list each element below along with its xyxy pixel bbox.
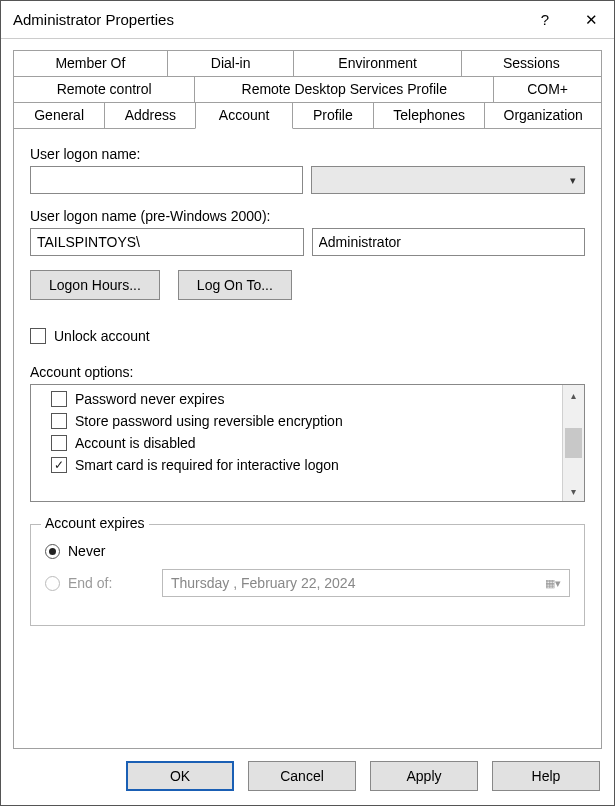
scroll-thumb[interactable] <box>565 428 582 458</box>
content-area: Member Of Dial-in Environment Sessions R… <box>1 39 614 749</box>
option-label: Smart card is required for interactive l… <box>75 457 339 473</box>
domain-prefix-input[interactable] <box>30 228 304 256</box>
cancel-button[interactable]: Cancel <box>248 761 356 791</box>
dialog-window: Administrator Properties ? ✕ Member Of D… <box>0 0 615 806</box>
upn-suffix-combo[interactable]: ▾ <box>311 166 586 194</box>
checkbox-smart-card-required[interactable] <box>51 457 67 473</box>
help-button[interactable]: Help <box>492 761 600 791</box>
tab-general[interactable]: General <box>13 102 105 129</box>
window-title: Administrator Properties <box>13 11 522 28</box>
tab-telephones[interactable]: Telephones <box>373 102 486 129</box>
tab-panel-account: User logon name: ▾ User logon name (pre-… <box>13 128 602 749</box>
logon-name-pre2000-label: User logon name (pre-Windows 2000): <box>30 208 585 224</box>
scroll-up-icon[interactable]: ▴ <box>563 385 584 405</box>
tab-com-plus[interactable]: COM+ <box>493 76 602 103</box>
logon-name-input[interactable] <box>30 166 303 194</box>
tab-remote-desktop-profile[interactable]: Remote Desktop Services Profile <box>194 76 494 103</box>
help-icon[interactable]: ? <box>522 1 568 39</box>
logon-hours-button[interactable]: Logon Hours... <box>30 270 160 300</box>
unlock-account-label: Unlock account <box>54 328 150 344</box>
calendar-icon: ▦▾ <box>545 577 561 590</box>
chevron-down-icon: ▾ <box>570 174 576 187</box>
logon-name-label: User logon name: <box>30 146 585 162</box>
titlebar: Administrator Properties ? ✕ <box>1 1 614 39</box>
radio-never[interactable] <box>45 544 60 559</box>
checkbox-account-disabled[interactable] <box>51 435 67 451</box>
account-expires-legend: Account expires <box>41 515 149 531</box>
ok-button[interactable]: OK <box>126 761 234 791</box>
apply-button[interactable]: Apply <box>370 761 478 791</box>
checkbox-password-never-expires[interactable] <box>51 391 67 407</box>
account-options-list: Password never expires Store password us… <box>30 384 585 502</box>
option-label: Account is disabled <box>75 435 196 451</box>
option-label: Password never expires <box>75 391 224 407</box>
tab-remote-control[interactable]: Remote control <box>13 76 195 103</box>
samaccountname-input[interactable] <box>312 228 586 256</box>
dialog-footer: OK Cancel Apply Help <box>1 749 614 805</box>
tab-strip: Member Of Dial-in Environment Sessions R… <box>13 51 602 129</box>
tab-address[interactable]: Address <box>104 102 196 129</box>
tab-sessions[interactable]: Sessions <box>461 50 602 77</box>
tab-organization[interactable]: Organization <box>484 102 602 129</box>
expiry-date-picker[interactable]: Thursday , February 22, 2024 ▦▾ <box>162 569 570 597</box>
account-expires-group: Account expires Never End of: Thursday ,… <box>30 524 585 626</box>
list-item[interactable]: Smart card is required for interactive l… <box>37 457 556 473</box>
expiry-date-text: Thursday , February 22, 2024 <box>171 575 355 591</box>
checkbox-reversible-encryption[interactable] <box>51 413 67 429</box>
tab-profile[interactable]: Profile <box>292 102 374 129</box>
options-scrollbar[interactable]: ▴ ▾ <box>562 385 584 501</box>
radio-never-label: Never <box>68 543 105 559</box>
list-item[interactable]: Password never expires <box>37 391 556 407</box>
tab-dial-in[interactable]: Dial-in <box>167 50 295 77</box>
radio-end-of-label: End of: <box>68 575 154 591</box>
tab-account[interactable]: Account <box>195 102 292 129</box>
log-on-to-button[interactable]: Log On To... <box>178 270 292 300</box>
list-item[interactable]: Store password using reversible encrypti… <box>37 413 556 429</box>
radio-end-of[interactable] <box>45 576 60 591</box>
scroll-down-icon[interactable]: ▾ <box>563 481 584 501</box>
unlock-account-checkbox[interactable] <box>30 328 46 344</box>
close-icon[interactable]: ✕ <box>568 1 614 39</box>
option-label: Store password using reversible encrypti… <box>75 413 343 429</box>
list-item[interactable]: Account is disabled <box>37 435 556 451</box>
tab-environment[interactable]: Environment <box>293 50 461 77</box>
tab-member-of[interactable]: Member Of <box>13 50 168 77</box>
account-options-label: Account options: <box>30 364 585 380</box>
